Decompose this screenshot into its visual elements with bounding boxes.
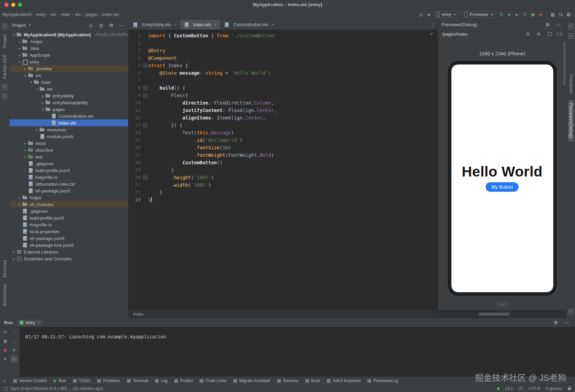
close-tab-icon[interactable]: × — [271, 22, 274, 27]
fold-marker-icon[interactable] — [142, 122, 148, 129]
hide-run-panel-icon[interactable]: — — [563, 319, 571, 326]
breadcrumb-item-pages[interactable]: pages — [86, 12, 97, 17]
assistant-icon[interactable] — [568, 33, 574, 39]
previewer-selector[interactable]: Previewer ▼ — [462, 11, 497, 18]
tool-strip-structure[interactable]: Structure — [2, 257, 7, 281]
code-line[interactable]: 15 .id('HelloWorld') — [128, 136, 438, 144]
breadcrumb-item-index-ets[interactable]: Index.ets — [102, 12, 119, 17]
chevron-down-icon[interactable]: ▾ — [35, 87, 39, 91]
chevron-right-icon[interactable]: ▸ — [23, 142, 28, 145]
run-config-selector[interactable]: entry ▼ — [434, 11, 459, 18]
code-line[interactable]: 3@Entry — [128, 47, 438, 54]
layout-icon[interactable]: ▦ — [549, 11, 557, 18]
breadcrumb-item-ets[interactable]: ets — [75, 12, 81, 17]
zoom-out-icon[interactable] — [524, 30, 532, 38]
inspection-ok-icon[interactable]: ✓ — [430, 31, 434, 36]
chevron-right-icon[interactable]: ▸ — [40, 94, 45, 98]
code-line[interactable]: 14 Text(this.message) — [128, 129, 438, 136]
code-line[interactable]: 18 CustomButton() — [128, 159, 438, 166]
status-item-4-spaces[interactable]: 4 spaces — [545, 386, 562, 391]
write-lock-icon[interactable] — [568, 388, 571, 390]
close-tab-icon[interactable]: × — [214, 22, 217, 27]
stop-icon[interactable]: ■ — [537, 11, 544, 18]
chevron-right-icon[interactable]: ▸ — [23, 148, 28, 152]
chevron-right-icon[interactable]: ▸ — [12, 257, 16, 261]
tree-item-idea[interactable]: ▸.idea — [10, 45, 128, 52]
toolwindow-run[interactable]: Run — [54, 378, 66, 383]
tree-item-gitignore[interactable]: .gitignore — [10, 208, 128, 214]
code-line[interactable]: 5struct Index { — [128, 62, 438, 69]
chevron-right-icon[interactable]: ▸ — [17, 46, 22, 50]
tree-item-module-json5[interactable]: module.json5 — [10, 133, 128, 140]
code-line[interactable]: 2 — [128, 39, 438, 47]
code-editor[interactable]: 1import { CustomButton } from './CustomB… — [128, 30, 438, 310]
tree-item-entryability[interactable]: ▸entryability — [10, 92, 128, 99]
tool-strip-partner-sdk[interactable]: Partner SDK — [2, 51, 7, 82]
tree-item-oh-package-lock-json5[interactable]: oh-package-lock.json5 — [10, 242, 128, 248]
chevron-right-icon[interactable]: ▸ — [12, 250, 16, 254]
previewer-more-button[interactable]: ⋯ — [496, 302, 509, 307]
chevron-right-icon[interactable]: ▸ — [17, 196, 22, 200]
hide-previewer-icon[interactable]: — — [555, 21, 563, 28]
run-history-icon[interactable]: ≡ — [2, 356, 8, 362]
tree-item-myapplication5-myapplication[interactable]: ▾MyApplication5 [MyApplication]~/DevEcoS… — [10, 31, 128, 38]
fit-to-screen-icon[interactable] — [546, 30, 554, 38]
toolwindow-terminal[interactable]: Terminal — [127, 378, 148, 383]
run-disabled-icon[interactable]: ▶ — [513, 11, 521, 18]
code-line[interactable]: 19 } — [128, 166, 438, 174]
tree-item-local-properties[interactable]: local.properties — [10, 228, 128, 235]
locate-file-icon[interactable]: ◎ — [87, 21, 95, 29]
tree-item-preview[interactable]: ▸.preview — [10, 65, 128, 72]
tree-item-hvigor[interactable]: ▸.hvigor — [10, 38, 128, 45]
code-line[interactable]: 13 }) { — [128, 122, 438, 129]
chevron-down-icon[interactable]: ▾ — [23, 74, 28, 77]
code-line[interactable]: 6 @State message: string = 'Hello World'… — [128, 69, 438, 77]
tree-item-ohostest[interactable]: ▸ohosTest — [10, 147, 128, 153]
status-item-utf-8[interactable]: UTF-8 — [528, 386, 540, 391]
tree-item-hvigorfile-ts[interactable]: hvigorfile.ts — [10, 174, 128, 181]
chevron-right-icon[interactable]: ▸ — [35, 128, 39, 132]
tree-item-hvigor[interactable]: ▸hvigor — [10, 194, 128, 201]
chevron-right-icon[interactable]: ▸ — [40, 101, 45, 105]
phone-screen[interactable]: Hello World My Button — [451, 64, 553, 292]
sdk-tool-icon-2[interactable] — [2, 94, 7, 99]
tree-item-entry[interactable]: ▾entry — [10, 58, 128, 65]
tool-strip-previewer[interactable]: Previewer — [568, 71, 574, 97]
previewer-horizontal-scrollbar[interactable] — [479, 313, 509, 316]
chevron-right-icon[interactable]: ▸ — [17, 40, 22, 43]
project-tool-icon[interactable] — [2, 24, 7, 29]
chevron-right-icon[interactable]: ▸ — [17, 53, 22, 57]
tree-item-oh-package-json5[interactable]: oh-package.json5 — [10, 235, 128, 242]
chevron-down-icon[interactable]: ▼ — [28, 23, 31, 27]
run-tool-settings-icon[interactable] — [2, 338, 8, 344]
scroll-up-icon[interactable]: ↑ — [11, 329, 17, 336]
fold-marker-icon[interactable] — [142, 174, 148, 181]
chevron-right-icon[interactable]: ▸ — [17, 203, 22, 206]
tree-item-index-ets[interactable]: Index.ets — [10, 119, 128, 126]
chevron-right-icon[interactable]: ▸ — [23, 155, 28, 159]
zoom-ratio-label[interactable]: 1:1 — [557, 32, 562, 36]
tool-strip-bookmarks[interactable]: Bookmarks — [2, 281, 7, 309]
tree-item-scratches-and-consoles[interactable]: ▸Scratches and Consoles — [10, 255, 128, 262]
toolwindow-version-control[interactable]: Version Control — [13, 378, 47, 383]
tree-item-build-profile-json5[interactable]: build-profile.json5 — [10, 167, 128, 174]
tool-strip-previewer-debug[interactable]: Previewer(Debug) — [568, 100, 574, 142]
zoom-window-button[interactable] — [18, 3, 22, 7]
status-item-23-2[interactable]: 23:2 — [505, 386, 513, 391]
editor-breadcrumb-item[interactable]: Index — [133, 312, 144, 317]
code-line[interactable]: 17 .fontWeight(FontWeight.Bold) — [128, 151, 438, 159]
code-line[interactable]: 16 .fontSize(50) — [128, 144, 438, 151]
soft-wrap-icon[interactable]: ↩ — [11, 356, 17, 362]
code-line[interactable]: 1import { CustomButton } from './CustomB… — [128, 32, 438, 39]
toolwindow-switcher-icon[interactable]: » — [3, 378, 6, 383]
minimize-window-button[interactable] — [11, 3, 15, 7]
tree-item-gitignore[interactable]: .gitignore — [10, 160, 128, 167]
toolwindow-todo[interactable]: TODO — [73, 378, 90, 383]
code-line[interactable]: 23} — [128, 196, 438, 204]
code-line[interactable]: 22 } — [128, 189, 438, 196]
run-settings-icon[interactable] — [552, 319, 560, 326]
sdk-tool-icon-1[interactable] — [2, 84, 7, 90]
toolwindow-problems[interactable]: Problems — [97, 378, 120, 383]
target-icon[interactable]: ◎ — [417, 11, 425, 18]
notifications-icon[interactable] — [568, 24, 574, 29]
